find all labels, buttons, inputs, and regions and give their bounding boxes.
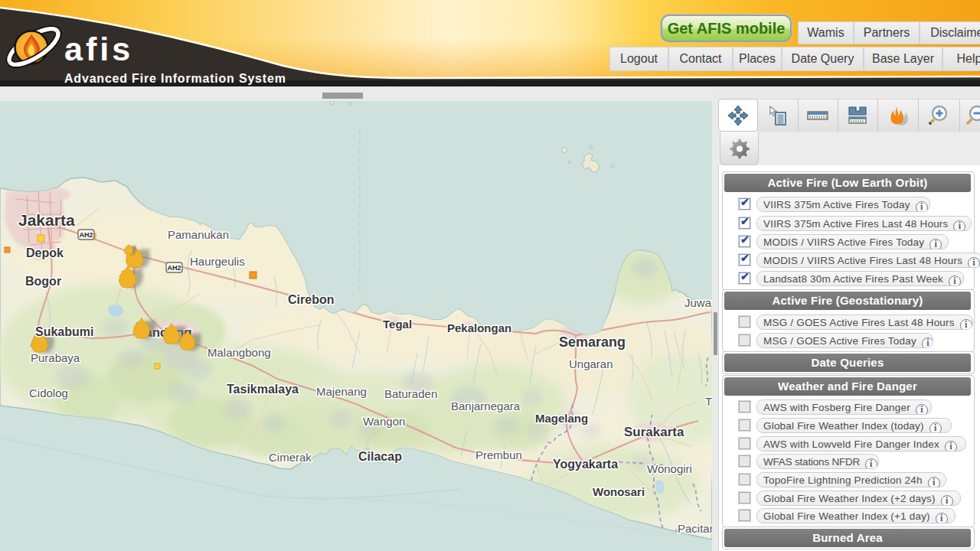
svg-text:Pekalongan: Pekalongan [447,321,511,334]
svg-text:afis: afis [64,31,133,67]
svg-text:Bogor: Bogor [25,275,61,288]
svg-text:Majenang: Majenang [316,385,367,398]
svg-text:Cilacap: Cilacap [358,450,402,463]
svg-text:Depok: Depok [26,246,64,259]
svg-text:Pamanukan: Pamanukan [168,228,229,241]
svg-text:Yogyakarta: Yogyakarta [553,458,618,471]
svg-text:Malangbong: Malangbong [207,346,271,359]
svg-text:Haurgeulis: Haurgeulis [190,255,245,268]
svg-text:Wonogiri: Wonogiri [647,462,692,475]
svg-text:Cidolog: Cidolog [29,386,68,399]
svg-text:Cimerak: Cimerak [269,451,312,464]
svg-text:Wonosari: Wonosari [593,485,645,498]
svg-text:Ungaran: Ungaran [569,357,613,370]
svg-text:Advanced Fire Information Syst: Advanced Fire Information System [64,72,286,85]
svg-text:Surakarta: Surakarta [624,425,684,439]
svg-text:AH2: AH2 [79,231,93,239]
svg-text:AH2: AH2 [167,264,181,272]
svg-text:Banjarnegara: Banjarnegara [451,399,521,412]
svg-text:Tegal: Tegal [383,318,412,331]
svg-text:T: T [705,395,712,408]
svg-text:Purabaya: Purabaya [31,351,80,364]
svg-text:Baturaden: Baturaden [384,387,437,400]
svg-text:Prembun: Prembun [475,448,522,461]
svg-text:Pacitan: Pacitan [678,522,712,535]
svg-text:Sukabumi: Sukabumi [35,325,93,338]
svg-text:Cirebon: Cirebon [288,293,334,306]
svg-text:Juwana: Juwana [684,296,712,309]
svg-text:Tasikmalaya: Tasikmalaya [227,383,299,396]
svg-text:Semarang: Semarang [559,334,626,350]
svg-text:Magelang: Magelang [535,412,588,425]
svg-text:Wangon: Wangon [363,415,405,428]
svg-text:Jakarta: Jakarta [18,211,75,229]
